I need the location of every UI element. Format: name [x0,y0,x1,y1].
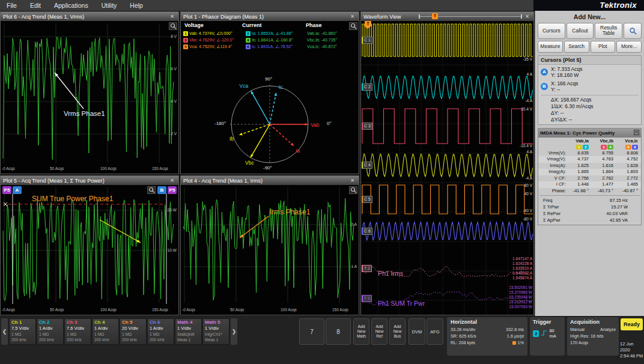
trigger-indicator-flag[interactable]: T [365,21,371,26]
plot-source-badge-p5[interactable]: P5 [168,186,177,194]
axis-value-label: 1.633510 A [512,266,532,271]
add-new-callout-button[interactable]: Callout [567,23,594,39]
cursor-b-row: B X: 166 Acqs Y: -- [538,79,641,94]
add-new-math-button[interactable]: Add New Math [353,318,369,345]
plot5-canvas[interactable]: P5 A B P5 20 W 10 W -0 Acqs 50 Acqs 100 … [1,185,178,315]
waveform-canvas[interactable]: T C 1-35 VC 24 A-4 AC 320.4 V-10.4 VC 44… [361,21,533,315]
channel-label-c4[interactable]: C 4 [362,162,372,169]
trigger-settings-panel[interactable]: Trigger 2 80 mA [530,317,565,356]
plot5-close-icon[interactable]: ✕ [168,177,176,184]
plot6-zoom-icon[interactable] [169,22,177,30]
afg-button[interactable]: AFG [427,318,443,345]
imda-row-label: I CF: [538,181,567,188]
waveform-view-titlebar[interactable]: Waveform View T ✕ [361,12,533,21]
menu-item-applications[interactable]: Applications [47,0,95,11]
trace-c2 [362,76,533,99]
voltage-value: Vab: 4.7374V, ∠0.000° [189,31,243,36]
channel-scale: 1 A/div [39,326,61,332]
cursor-b-flag[interactable]: B [157,186,166,194]
plot5-titlebar[interactable]: Plot 5 - Acq Trend (Meas 1, Σ True Power… [1,176,178,185]
channel-badge-ch3[interactable]: Ch 37.6 V/div1 MΩ200 kHz [64,318,91,345]
oscilloscope-app: FileEditApplicationsUtilityHelp Tektroni… [0,0,644,364]
add-new-plot-button[interactable]: Plot [591,41,616,53]
plot6-titlebar[interactable]: Plot 6 - Acq Trend (Meas 1, Vrms) ✕ [1,12,178,21]
menu-item-edit[interactable]: Edit [23,0,47,11]
trigger-position-marker[interactable]: T [432,13,438,19]
cursor-a-flag[interactable]: A [13,186,22,194]
channel-impedance: IntgrCh1* [205,332,227,337]
channel-8-button[interactable]: 8 [326,318,351,345]
channel-label-t3[interactable]: T 3 [362,295,372,302]
menu-item-file[interactable]: File [0,0,23,11]
scroll-left-icon[interactable]: ❮ [1,318,8,345]
plot4-zoom-icon[interactable] [349,186,357,194]
annotation-vrms-phase1: Vrms Phase1 [64,110,105,117]
channel-impedance: 1 MΩ [150,332,172,337]
channel-bandwidth: 200 kHz [67,337,89,342]
plot6-canvas[interactable]: 8 V 6 V 4 V 2 V -0 Acqs 50 Acqs 100 Acqs… [1,21,178,174]
channel-label-c5[interactable]: C 5 [362,196,372,203]
channel-label-c6[interactable]: C 6 [362,228,372,235]
phasor-table-header: Voltage Current Phase [181,22,359,28]
horizontal-settings-panel[interactable]: Horizontal 33.28 ms/div 332.8 ms SR: 625… [447,317,527,356]
plot6-close-icon[interactable]: ✕ [168,13,176,20]
menu-item-utility[interactable]: Utility [95,0,124,11]
add-new-cursors-button[interactable]: Cursors [538,23,565,39]
channel-bandwidth: 200 kHz [39,337,61,342]
imda-menu-icon[interactable] [634,130,639,136]
channel-badge-math5[interactable]: Math 51 V/divIntgrCh1*Meas 1 [202,318,229,345]
channel-badge-ch5[interactable]: Ch 520 V/div1 MΩ200 kHz [120,318,147,345]
plot4-close-icon[interactable]: ✕ [348,177,356,184]
waveform-view-close-icon[interactable]: ✕ [523,13,531,20]
phasor-axis-minus180: -180° [214,121,226,126]
cursors-readout-panel[interactable]: Cursors (Plot 5) A X: 7.333 Acqs Y: 18.1… [538,55,642,125]
plot-source-badge-p5[interactable]: P5 [2,186,11,194]
plot1-zoom-icon[interactable] [349,22,357,30]
channel-badge-ch6[interactable]: Ch 61 A/div1 MΩ200 kHz [147,318,174,345]
imda-cell-value: 1.448 [567,181,592,188]
add-new-measure-button[interactable]: Measure [538,41,563,53]
imda-row-vrmsv: Vrms(V):8.8358.7558.808 [538,150,641,157]
channel-name: Ch 1 [11,320,34,326]
phasor-vector-ic [270,93,276,124]
add-new-results-table-button[interactable]: Results Table [595,23,622,39]
plot1-canvas[interactable]: Voltage Current Phase 1Vab: 4.7374V, ∠0.… [181,21,359,174]
channel-label-c2[interactable]: C 2 [362,83,372,91]
plot4-canvas[interactable]: 2 A 1 A -0 Acqs 50 Acqs 100 Acqs 150 Acq… [181,185,359,315]
channel-7-button[interactable]: 7 [299,318,324,345]
imda-cell-value: 1.625 [567,163,592,169]
channel-badge-math4[interactable]: Math 41 V/divStatic|kWMeas 1 [175,318,202,345]
add-new-ref-button[interactable]: Add New Ref [371,318,387,345]
plot5-zoom-icon[interactable] [147,186,156,194]
plot4-trace [183,198,354,300]
add-new-more-button[interactable]: More... [616,41,642,53]
time-display: 2:54:48 PM [620,353,644,359]
voltage-value: Vca: 4.7520V, ∠119.4° [189,44,243,49]
dvm-button[interactable]: DVM [409,318,425,345]
channel-badge-ch4[interactable]: Ch 41 A/div1 MΩ200 kHz [92,318,119,345]
plot4-window: Plot 4 - Acq Trend (Meas 1, Irms) ✕ 2 A … [180,175,359,315]
scroll-right-icon[interactable]: ❯ [231,318,237,345]
imda-results-panel[interactable]: IMDA Meas 1: Cyc Power Quality Vab,IaVbc… [538,128,642,226]
channel-scale: 1 A/div [150,326,172,332]
plot1-titlebar[interactable]: Plot 1 - Phasor Diagram (Meas 1) ✕ [181,12,359,21]
ready-status-badge[interactable]: Ready [621,318,643,330]
imda-cell-value: 4.763 [592,156,616,163]
channel-label-c1[interactable]: C 1 [362,37,372,44]
channel-label-c3[interactable]: C 3 [362,123,372,130]
add-new-bus-button[interactable]: Add New Bus [389,318,406,345]
zoom-overview-button[interactable] [624,23,642,39]
phasor-label-ic: Ic [279,84,283,90]
axis-value-label: 40 V [524,192,532,196]
plot4-titlebar[interactable]: Plot 4 - Acq Trend (Meas 1, Irms) ✕ [181,176,359,185]
channel-bandwidth: Meas 1 [205,337,227,342]
axis-value-label: 4 A [527,72,532,77]
channel-badge-ch2[interactable]: Ch 21 A/div1 MΩ200 kHz [37,318,64,345]
plot1-close-icon[interactable]: ✕ [348,13,356,20]
menu-item-help[interactable]: Help [123,0,150,11]
acquisition-settings-panel[interactable]: Acquisition Manual Analyze High Res: 16 … [567,317,619,356]
trigger-level-value: 80 mA [549,328,562,339]
channel-label-t2[interactable]: T 2 [362,265,372,272]
channel-badge-ch1[interactable]: Ch 17.5 V/div1 MΩ200 kHz [9,318,36,345]
add-new-search-button[interactable]: Search [564,41,589,53]
